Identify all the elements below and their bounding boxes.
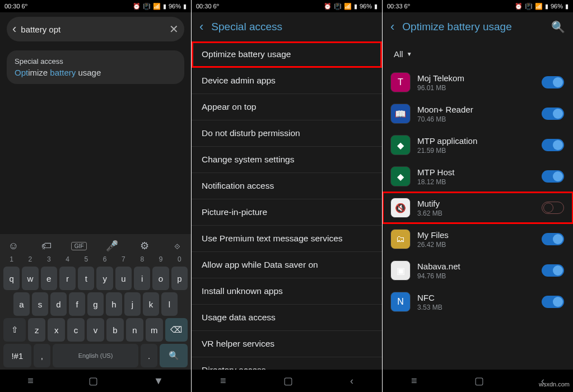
back-button[interactable]: ‹ xyxy=(350,375,353,387)
period-key[interactable]: . xyxy=(141,344,158,367)
temp: 6º xyxy=(22,3,27,10)
backspace-key[interactable]: ⌫ xyxy=(165,318,188,342)
clear-icon[interactable]: ✕ xyxy=(169,22,179,36)
shift-key[interactable]: ⇧ xyxy=(3,318,26,342)
mic-icon[interactable]: 🎤 xyxy=(104,240,120,252)
key-z[interactable]: z xyxy=(28,318,45,342)
key-b[interactable]: b xyxy=(106,318,124,342)
search-bar[interactable]: ‹ ✕ xyxy=(7,17,184,41)
settings-row[interactable]: Use Premium text message services xyxy=(192,226,382,252)
gif-icon[interactable]: GIF xyxy=(71,242,87,250)
toggle-switch[interactable] xyxy=(542,233,564,245)
app-row[interactable]: NNFC3.53 MB xyxy=(383,286,573,318)
filter-dropdown[interactable]: All ▼ xyxy=(383,41,573,67)
key-l[interactable]: l xyxy=(161,292,178,316)
search-input[interactable] xyxy=(21,25,169,34)
toggle-switch[interactable] xyxy=(542,139,564,151)
space-key[interactable]: English (US) xyxy=(53,344,138,367)
key-h[interactable]: h xyxy=(106,292,122,316)
settings-row[interactable]: Optimize battery usage xyxy=(192,41,382,68)
key-d[interactable]: d xyxy=(50,292,67,316)
key-6[interactable]: 6 xyxy=(96,254,113,264)
key-v[interactable]: v xyxy=(87,318,104,342)
back-button[interactable]: ▼ xyxy=(153,375,164,387)
app-row[interactable]: 📖Moon+ Reader70.46 MB xyxy=(383,98,573,129)
key-2[interactable]: 2 xyxy=(22,254,38,264)
key-9[interactable]: 9 xyxy=(152,254,169,264)
key-5[interactable]: 5 xyxy=(78,254,94,264)
toggle-switch[interactable] xyxy=(542,76,564,88)
settings-row[interactable]: Change system settings xyxy=(192,147,382,173)
toggle-switch[interactable] xyxy=(542,170,564,183)
key-1[interactable]: 1 xyxy=(3,254,20,264)
key-s[interactable]: s xyxy=(32,292,48,316)
settings-row[interactable]: Directory access xyxy=(192,357,382,370)
recents-button[interactable]: ≡ xyxy=(220,375,226,387)
key-m[interactable]: m xyxy=(146,318,163,342)
app-row[interactable]: TMoj Telekom96.01 MB xyxy=(383,67,573,98)
settings-row[interactable]: Allow app while Data saver on xyxy=(192,252,382,278)
settings-row[interactable]: Do not disturb permission xyxy=(192,120,382,147)
back-icon[interactable]: ‹ xyxy=(199,20,203,34)
key-q[interactable]: q xyxy=(3,267,20,290)
settings-icon[interactable]: ⚙ xyxy=(137,240,152,252)
key-p[interactable]: p xyxy=(171,267,188,290)
toggle-switch[interactable] xyxy=(542,264,564,277)
toggle-switch[interactable] xyxy=(542,108,564,120)
search-key[interactable]: 🔍 xyxy=(160,344,188,367)
key-j[interactable]: j xyxy=(124,292,141,316)
key-4[interactable]: 4 xyxy=(59,254,76,264)
app-row[interactable]: 🗂My Files26.42 MB xyxy=(383,223,573,255)
key-3[interactable]: 3 xyxy=(41,254,57,264)
key-a[interactable]: a xyxy=(13,292,30,316)
search-icon[interactable]: 🔍 xyxy=(551,20,565,34)
key-x[interactable]: x xyxy=(48,318,65,342)
settings-row[interactable]: Install unknown apps xyxy=(192,278,382,305)
settings-row[interactable]: Usage data access xyxy=(192,305,382,331)
symbols-key[interactable]: !#1 xyxy=(3,344,31,367)
app-row[interactable]: 🔇Mutify3.62 MB xyxy=(383,192,573,223)
settings-row[interactable]: VR helper services xyxy=(192,331,382,357)
settings-row[interactable]: Device admin apps xyxy=(192,68,382,94)
emoji-icon[interactable]: ☺ xyxy=(6,240,21,252)
key-t[interactable]: t xyxy=(78,267,94,290)
sticker-icon[interactable]: 🏷 xyxy=(39,240,54,252)
recents-button[interactable]: ≡ xyxy=(411,375,417,387)
settings-list[interactable]: Optimize battery usageDevice admin appsA… xyxy=(192,41,382,370)
key-w[interactable]: w xyxy=(22,267,38,290)
expand-icon[interactable]: ⟐ xyxy=(170,240,185,252)
key-i[interactable]: i xyxy=(134,267,150,290)
key-e[interactable]: e xyxy=(41,267,57,290)
app-row[interactable]: ▣Nabava.net94.76 MB xyxy=(383,255,573,286)
recents-button[interactable]: ≡ xyxy=(27,375,34,387)
app-row[interactable]: ◆MTP application21.59 MB xyxy=(383,129,573,161)
back-icon[interactable]: ‹ xyxy=(12,22,16,36)
home-button[interactable]: ▢ xyxy=(283,375,293,387)
search-result[interactable]: Special access Optimize battery usage xyxy=(7,50,184,84)
status-right: ⏰ 📳 📶 ▮ 96% ▮ xyxy=(324,3,378,10)
key-y[interactable]: y xyxy=(96,267,113,290)
key-r[interactable]: r xyxy=(59,267,76,290)
back-icon[interactable]: ‹ xyxy=(390,20,394,34)
settings-row[interactable]: Appear on top xyxy=(192,94,382,120)
app-row[interactable]: ◆MTP Host18.12 MB xyxy=(383,161,573,192)
home-button[interactable]: ▢ xyxy=(88,375,98,387)
key-7[interactable]: 7 xyxy=(115,254,132,264)
key-0[interactable]: 0 xyxy=(171,254,188,264)
toggle-switch[interactable] xyxy=(542,296,564,308)
comma-key[interactable]: , xyxy=(34,344,51,367)
key-n[interactable]: n xyxy=(126,318,143,342)
key-f[interactable]: f xyxy=(69,292,85,316)
key-8[interactable]: 8 xyxy=(134,254,150,264)
key-o[interactable]: o xyxy=(152,267,169,290)
key-u[interactable]: u xyxy=(115,267,132,290)
settings-row[interactable]: Picture-in-picture xyxy=(192,199,382,226)
app-list[interactable]: TMoj Telekom96.01 MB📖Moon+ Reader70.46 M… xyxy=(383,67,573,370)
toggle-switch[interactable] xyxy=(542,202,564,214)
key-g[interactable]: g xyxy=(87,292,104,316)
key-c[interactable]: c xyxy=(67,318,85,342)
settings-row[interactable]: Notification access xyxy=(192,173,382,199)
battery-pct: 96% xyxy=(360,3,372,10)
home-button[interactable]: ▢ xyxy=(474,375,484,387)
key-k[interactable]: k xyxy=(143,292,159,316)
